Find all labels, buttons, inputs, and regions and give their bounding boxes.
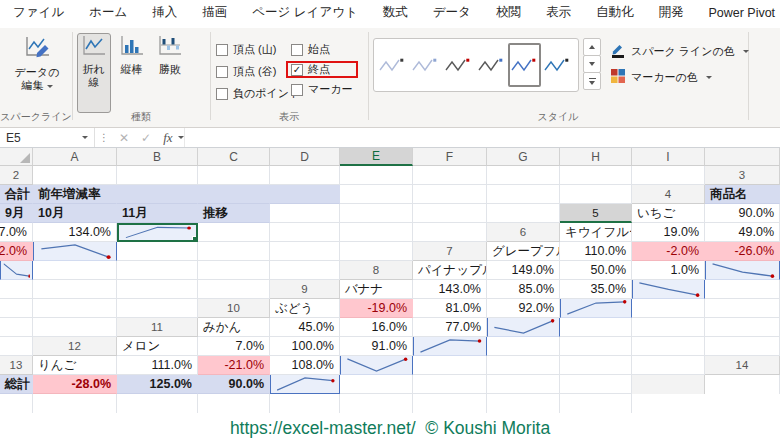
cell[interactable] — [198, 242, 270, 261]
cell[interactable] — [117, 280, 198, 299]
cell[interactable] — [487, 166, 560, 185]
cell-D12[interactable]: 91.0% — [340, 337, 413, 356]
formula-input[interactable] — [184, 128, 780, 147]
cell[interactable] — [340, 166, 413, 185]
cell-D14[interactable]: 90.0% — [198, 375, 270, 394]
cell[interactable] — [413, 223, 487, 242]
checkbox-マーカー[interactable]: マーカー — [291, 81, 353, 98]
cell[interactable] — [340, 223, 413, 242]
cell[interactable] — [560, 356, 632, 375]
row-header-12[interactable]: 12 — [33, 337, 117, 356]
unchecked-checkbox-icon[interactable] — [216, 66, 228, 78]
sparkline-cell-E8[interactable] — [705, 261, 780, 280]
column-header-H[interactable]: H — [560, 148, 632, 166]
tab-自動化[interactable]: 自動化 — [595, 0, 635, 28]
sparkline-cell-E9[interactable] — [632, 280, 705, 299]
tab-描画[interactable]: 描画 — [201, 0, 228, 28]
cell[interactable] — [705, 280, 780, 299]
column-header-A[interactable]: A — [33, 148, 117, 166]
cell[interactable] — [198, 261, 270, 280]
cell-D11[interactable]: 77.0% — [413, 318, 487, 337]
row-header-4[interactable]: 4 — [632, 185, 705, 204]
line-sparkline-button[interactable]: 折れ線 — [77, 33, 111, 113]
column-header-E[interactable]: E — [340, 148, 413, 166]
checkbox-頂点 (山)[interactable]: 頂点 (山) — [216, 41, 300, 58]
row-header-11[interactable]: 11 — [117, 318, 198, 337]
cell[interactable] — [270, 204, 340, 223]
cell[interactable] — [487, 204, 560, 223]
cell-D8[interactable]: 1.0% — [632, 261, 705, 280]
checked-checkbox-icon[interactable]: ✓ — [291, 64, 303, 76]
column-header-C[interactable]: C — [198, 148, 270, 166]
cell-C11[interactable]: 16.0% — [340, 318, 413, 337]
checkbox-負のポイント[interactable]: 負のポイント — [216, 85, 300, 102]
tab-挿入[interactable]: 挿入 — [151, 0, 178, 28]
select-all-corner[interactable] — [0, 148, 33, 166]
cell[interactable] — [560, 185, 632, 204]
cell[interactable] — [413, 356, 487, 375]
row-header-6[interactable]: 6 — [487, 223, 560, 242]
cell[interactable] — [487, 356, 560, 375]
tab-ホーム[interactable]: ホーム — [88, 0, 128, 28]
edit-data-button[interactable]: データの編集 — [8, 33, 66, 113]
cell-B5[interactable]: 90.0% — [705, 204, 780, 223]
cell-A6[interactable]: キウイフルーツ — [560, 223, 632, 242]
cell[interactable] — [705, 318, 780, 337]
cell[interactable] — [117, 261, 198, 280]
cell[interactable] — [117, 242, 198, 261]
cell-A4[interactable]: 商品名 — [705, 185, 780, 204]
row-header-10[interactable]: 10 — [198, 299, 270, 318]
column-header-D[interactable]: D — [270, 148, 340, 166]
gallery-scroll-up-button[interactable] — [583, 38, 601, 56]
sparkline-cell-E5[interactable] — [117, 223, 198, 242]
insert-function-icon[interactable]: fx — [157, 130, 174, 146]
cell[interactable] — [487, 337, 560, 356]
row-header-14[interactable]: 14 — [705, 356, 780, 375]
cell[interactable] — [487, 185, 560, 204]
checkbox-始点[interactable]: 始点 — [291, 41, 353, 58]
row-header-3[interactable]: 3 — [705, 166, 780, 185]
cell-B3[interactable]: 前年増減率 — [33, 185, 117, 204]
cell-A5[interactable]: いちご — [632, 204, 705, 223]
cell[interactable] — [33, 318, 117, 337]
cell-A7[interactable]: グレープフルーツ — [487, 242, 560, 261]
cell-B11[interactable]: 45.0% — [270, 318, 340, 337]
sparkline-cell-E13[interactable] — [340, 356, 413, 375]
cell-A13[interactable]: りんご — [33, 356, 117, 375]
cell[interactable] — [340, 204, 413, 223]
cell-B8[interactable]: 149.0% — [487, 261, 560, 280]
row-header-8[interactable]: 8 — [340, 261, 413, 280]
tab-数式[interactable]: 数式 — [382, 0, 409, 28]
sparkline-style-3[interactable] — [442, 43, 475, 87]
cell-B14[interactable]: -28.0% — [33, 375, 117, 394]
sparkline-cell-E11[interactable] — [487, 318, 560, 337]
cell-C3[interactable] — [117, 185, 198, 204]
row-header-9[interactable]: 9 — [270, 280, 340, 299]
cell-C5[interactable]: 137.0% — [0, 223, 33, 242]
cell-D6[interactable]: -42.0% — [0, 242, 33, 261]
column-header-G[interactable]: G — [487, 148, 560, 166]
cell[interactable] — [270, 166, 340, 185]
tab-ファイル[interactable]: ファイル — [12, 0, 65, 28]
cell[interactable] — [560, 337, 632, 356]
cell[interactable] — [0, 280, 33, 299]
column-header-F[interactable]: F — [413, 148, 487, 166]
row-header-5[interactable]: 5 — [560, 204, 632, 223]
sparkline-style-6[interactable] — [541, 43, 574, 87]
cell-C9[interactable]: 85.0% — [487, 280, 560, 299]
column-sparkline-button[interactable]: 縦棒 — [115, 33, 148, 113]
cell-B4[interactable]: 9月 — [0, 204, 33, 223]
cell[interactable] — [632, 166, 705, 185]
cell[interactable] — [33, 166, 117, 185]
cell-A12[interactable]: メロン — [117, 337, 198, 356]
cell[interactable] — [413, 185, 487, 204]
cell[interactable] — [340, 185, 413, 204]
cell[interactable] — [413, 204, 487, 223]
cell-C13[interactable]: -21.0% — [198, 356, 270, 375]
cell[interactable] — [198, 223, 270, 242]
tab-ページ レイアウト[interactable]: ページ レイアウト — [251, 0, 359, 28]
tab-校閲[interactable]: 校閲 — [495, 0, 522, 28]
row-header-2[interactable]: 2 — [0, 166, 33, 185]
cell[interactable] — [270, 261, 340, 280]
name-box[interactable]: E5 — [0, 128, 95, 147]
